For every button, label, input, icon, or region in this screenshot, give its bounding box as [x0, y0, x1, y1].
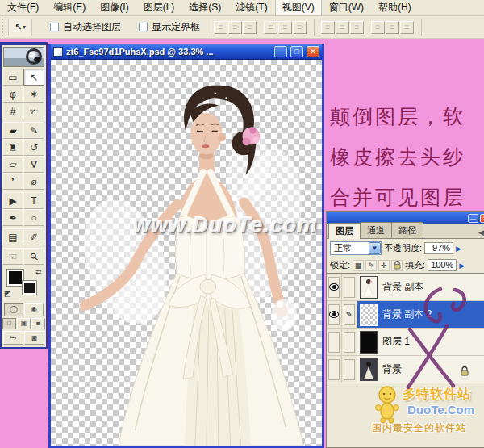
- tab-layers[interactable]: 图层: [328, 223, 361, 239]
- path-selection-tool-button[interactable]: ▶: [2, 192, 23, 209]
- layer-thumbnail[interactable]: [360, 276, 378, 299]
- imageready-icon[interactable]: ◙: [24, 331, 44, 345]
- fullscreen-menubar-button[interactable]: ▣: [17, 318, 31, 329]
- layer-row-bg-copy[interactable]: 背景 副本: [327, 274, 484, 301]
- lock-transparency-icon[interactable]: ▦: [353, 260, 364, 271]
- visibility-toggle[interactable]: [327, 274, 342, 300]
- brush-tool-button[interactable]: ✎: [23, 122, 44, 139]
- fill-input[interactable]: 100%: [428, 259, 457, 271]
- tab-paths[interactable]: 路径: [391, 222, 424, 238]
- link-cell[interactable]: ✎: [342, 301, 357, 328]
- eraser-tool-button[interactable]: ▱: [2, 156, 23, 173]
- show-bounding-box-checkbox[interactable]: [139, 23, 148, 31]
- visibility-toggle[interactable]: [327, 301, 342, 328]
- lock-paint-icon[interactable]: ✎: [365, 260, 377, 271]
- crop-tool-button[interactable]: #: [2, 103, 23, 119]
- distribute-right-button[interactable]: ≡: [400, 21, 414, 34]
- fill-slider-arrow[interactable]: ▶: [459, 262, 465, 270]
- distribute-hcenter-button[interactable]: ≡: [386, 21, 399, 34]
- menu-window[interactable]: 窗口(W): [322, 0, 371, 16]
- layer-row-background[interactable]: 背景: [327, 356, 484, 383]
- distribute-top-button[interactable]: ≡: [321, 21, 335, 34]
- chevron-down-icon[interactable]: ▼: [369, 242, 381, 254]
- menu-help[interactable]: 帮助(H): [371, 0, 419, 16]
- layer-row-bg-copy-2[interactable]: ✎ 背景 副本 2: [327, 301, 484, 329]
- opacity-slider-arrow[interactable]: ▶: [456, 245, 461, 253]
- eyedropper-tool-button[interactable]: ✐: [23, 228, 44, 245]
- canvas[interactable]: www.DuoTe.com: [51, 60, 322, 446]
- opacity-input[interactable]: 97%: [424, 242, 453, 254]
- fullscreen-button[interactable]: ■: [31, 318, 45, 329]
- maximize-button[interactable]: □: [290, 46, 303, 57]
- align-hcenter-button[interactable]: ≡: [278, 21, 292, 34]
- clone-stamp-tool-button[interactable]: ♜: [2, 139, 23, 156]
- align-top-button[interactable]: ≡: [214, 21, 227, 34]
- tab-channels[interactable]: 通道: [360, 222, 392, 238]
- layer-thumbnail[interactable]: [360, 358, 378, 381]
- distribute-left-button[interactable]: ≡: [371, 21, 385, 34]
- align-right-button[interactable]: ≡: [293, 21, 307, 34]
- layer-thumbnail[interactable]: [360, 304, 378, 326]
- quickmask-mode-button[interactable]: ◉: [24, 303, 44, 316]
- close-button[interactable]: ✕: [307, 46, 319, 57]
- background-color-swatch[interactable]: [23, 281, 36, 295]
- menu-select[interactable]: 选择(S): [182, 0, 228, 16]
- menu-file[interactable]: 文件(F): [0, 0, 46, 16]
- swap-colors-icon[interactable]: ⇄: [35, 268, 42, 276]
- dodge-tool-button[interactable]: ⌀: [23, 173, 44, 190]
- menu-view[interactable]: 视图(V): [275, 0, 322, 16]
- move-tool-button[interactable]: ↖: [23, 69, 44, 86]
- current-tool-button[interactable]: ↖ ▾: [8, 19, 32, 36]
- blend-mode-select[interactable]: 正常 ▼: [330, 241, 382, 255]
- visibility-toggle[interactable]: [327, 329, 342, 355]
- eye-icon: [329, 311, 339, 318]
- pen-tool-button[interactable]: ✒: [2, 209, 23, 226]
- link-cell[interactable]: [342, 329, 357, 355]
- foreground-color-swatch[interactable]: [7, 270, 23, 286]
- palette-close-button[interactable]: ✕: [480, 214, 484, 223]
- document-title-bar[interactable]: zt6_Fsc97d1PuhsX.psd @ 33.3% ... — □ ✕: [51, 44, 322, 60]
- link-cell[interactable]: [342, 356, 357, 383]
- menu-layer[interactable]: 图层(L): [136, 0, 182, 16]
- hand-tool-button[interactable]: ☜: [2, 248, 23, 265]
- lock-all-icon[interactable]: [391, 260, 403, 271]
- palette-menu-button[interactable]: ◀: [476, 227, 484, 238]
- distribute-vcenter-button[interactable]: ≡: [336, 21, 349, 34]
- menu-image[interactable]: 图像(I): [93, 0, 136, 16]
- document-icon: [53, 47, 63, 57]
- slice-tool-button[interactable]: ✃: [23, 103, 44, 119]
- type-tool-button[interactable]: T: [23, 192, 44, 209]
- link-cell[interactable]: [342, 274, 357, 300]
- paint-bucket-tool-button[interactable]: ∇: [23, 156, 44, 173]
- blur-tool-button[interactable]: ❜: [2, 173, 23, 190]
- layer-row-layer-1[interactable]: 图层 1: [327, 329, 484, 356]
- align-vcenter-button[interactable]: ≡: [228, 21, 242, 34]
- magic-wand-tool-button[interactable]: ✶: [23, 86, 44, 103]
- rectangular-marquee-tool-button[interactable]: ▭: [2, 69, 23, 86]
- align-bottom-button[interactable]: ≡: [243, 21, 257, 34]
- distribute-bottom-button[interactable]: ≡: [350, 21, 364, 34]
- options-bar-grip[interactable]: [2, 19, 6, 36]
- jump-to-imageready-button[interactable]: ↪: [3, 331, 23, 345]
- auto-select-layer-checkbox[interactable]: [50, 23, 59, 31]
- minimize-button[interactable]: —: [274, 46, 287, 57]
- default-colors-icon[interactable]: ◩: [4, 290, 11, 298]
- shape-tool-button[interactable]: ○: [23, 209, 44, 226]
- history-brush-tool-button[interactable]: ↺: [23, 139, 44, 156]
- lasso-tool-button[interactable]: φ: [2, 86, 23, 103]
- standard-screen-button[interactable]: □: [2, 318, 16, 329]
- layer-thumbnail[interactable]: [360, 331, 378, 354]
- options-bar: ↖ ▾ 自动选择图层 显示定界框 ≡ ≡ ≡ ≡ ≡ ≡ ≡ ≡ ≡ ≡ ≡ ≡: [0, 16, 484, 39]
- menu-filter[interactable]: 滤镜(T): [228, 0, 274, 16]
- zoom-tool-button[interactable]: ⚲: [23, 248, 44, 265]
- tutorial-line: 橡皮擦去头纱: [330, 137, 483, 178]
- notes-tool-button[interactable]: ▤: [2, 228, 23, 245]
- healing-brush-tool-button[interactable]: ▰: [2, 122, 23, 139]
- align-left-button[interactable]: ≡: [264, 21, 277, 34]
- standard-mode-button[interactable]: ◯: [4, 303, 23, 316]
- watermark-domain: DuoTe.Com: [407, 403, 474, 417]
- menu-edit[interactable]: 编辑(E): [46, 0, 93, 16]
- visibility-toggle[interactable]: [327, 356, 342, 383]
- palette-minimize-button[interactable]: —: [468, 214, 478, 223]
- lock-position-icon[interactable]: ✛: [378, 260, 390, 271]
